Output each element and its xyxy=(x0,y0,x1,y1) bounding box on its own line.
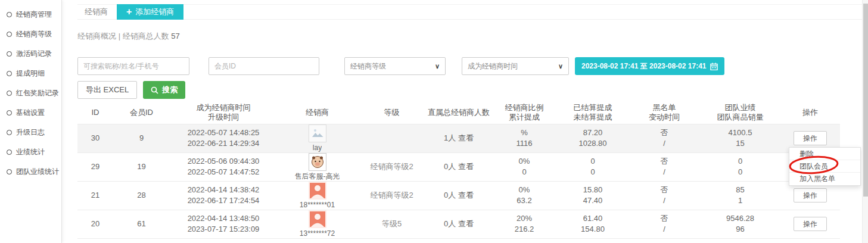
sidebar-item-upgrade-log[interactable]: 升级日志 xyxy=(0,123,61,142)
circle-icon xyxy=(7,169,12,175)
cell-member-id: 16 xyxy=(113,238,170,243)
sidebar-item-label: 激活码记录 xyxy=(16,49,52,59)
member-id-input[interactable] xyxy=(209,57,319,75)
keyword-input[interactable] xyxy=(77,57,189,75)
col-id: ID xyxy=(77,101,113,124)
cell-ratio: 0%0 xyxy=(491,152,557,181)
cell-blacklist: 否/ xyxy=(629,210,700,238)
menu-item-delete[interactable]: 删除 xyxy=(789,148,860,160)
col-team: 团队业绩团队商品销量 xyxy=(700,101,780,124)
total-count: 57 xyxy=(171,32,179,40)
scrollbar-thumb[interactable] xyxy=(863,4,868,197)
cell-time: 2022-05-06 09:44:302022-05-07 14:47:52 xyxy=(170,152,277,181)
view-link[interactable]: 查看 xyxy=(458,191,474,200)
circle-icon xyxy=(7,110,12,116)
cell-id: 21 xyxy=(77,181,113,210)
cell-team: 1223.994 xyxy=(700,238,780,243)
cell-blacklist: 否/ xyxy=(629,181,700,210)
menu-item-team-members[interactable]: 团队会员 xyxy=(789,160,860,173)
calendar-icon xyxy=(710,63,718,70)
sidebar-item-label: 提成明细 xyxy=(16,68,45,79)
col-ratio: 经销商比例累计提成 xyxy=(491,101,557,124)
cell-settled: 00 xyxy=(557,152,629,181)
sidebar-item-team-performance-stats[interactable]: 团队业绩统计 xyxy=(0,162,61,182)
overview-label: 经销商概况 xyxy=(77,32,116,40)
cell-direct-count: 0人 查看 xyxy=(426,238,491,243)
cell-member-id: 61 xyxy=(113,210,170,238)
row-action-button[interactable]: 操作 xyxy=(794,131,827,145)
scrollbar[interactable] xyxy=(862,0,868,243)
sidebar-item-commission-detail[interactable]: 提成明细 xyxy=(0,64,61,83)
circle-icon xyxy=(7,51,12,57)
date-range-button[interactable]: 2023-08-02 17:41 至 2023-08-02 17:41 xyxy=(575,57,724,75)
circle-icon xyxy=(7,12,12,17)
avatar xyxy=(309,124,326,142)
tab-bar: 经销商 + 添加经销商 xyxy=(77,4,862,20)
menu-item-add-blacklist[interactable]: 加入黑名单 xyxy=(789,173,860,185)
chevron-down-icon: ∨ xyxy=(435,63,440,70)
cell-blacklist: 否/ xyxy=(629,238,700,243)
table-row: 30 9 2022-05-07 14:48:252022-06-21 14:29… xyxy=(77,124,840,152)
col-member-id: 会员ID xyxy=(113,101,170,124)
cell-actions: 操作 xyxy=(780,210,840,238)
cell-level xyxy=(357,238,426,243)
add-dealer-button[interactable]: + 添加经销商 xyxy=(117,4,183,20)
view-link[interactable]: 查看 xyxy=(458,133,474,142)
sidebar-item-performance-stats[interactable]: 业绩统计 xyxy=(0,142,61,162)
cell-settled: 15.8047.40 xyxy=(557,181,629,210)
cell-ratio: 20%216.2 xyxy=(491,210,557,238)
col-dealer: 经销商 xyxy=(277,101,357,124)
cell-dealer: 13*******72 xyxy=(277,210,357,238)
dealer-name: 13*******72 xyxy=(300,229,335,238)
cell-blacklist: 否/ xyxy=(629,152,700,181)
sidebar-item-label: 团队业绩统计 xyxy=(16,167,59,177)
sidebar-item-basic-settings[interactable]: 基础设置 xyxy=(0,103,61,123)
view-link[interactable]: 查看 xyxy=(458,162,474,171)
dealer-name: 18*******01 xyxy=(300,200,335,210)
sidebar-item-label: 红包奖励记录 xyxy=(16,88,59,98)
cell-settled: 87.201028.80 xyxy=(557,124,629,152)
circle-icon xyxy=(7,130,12,135)
add-dealer-label: 添加经销商 xyxy=(135,7,174,17)
filter-actions-row: 导出 EXCEL 搜索 xyxy=(77,81,862,99)
sidebar-item-label: 经销商等级 xyxy=(16,29,52,39)
search-icon xyxy=(151,86,158,94)
sidebar-item-label: 经销商管理 xyxy=(16,10,52,20)
avatar xyxy=(309,182,326,200)
cell-id: 20 xyxy=(77,210,113,238)
search-button[interactable]: 搜索 xyxy=(143,81,185,99)
cell-ratio: %4427.63 xyxy=(491,238,557,243)
circle-icon xyxy=(7,91,12,96)
cell-settled: 210.804113.83 xyxy=(557,238,629,243)
dealer-name: lay xyxy=(313,143,322,152)
cell-member-id: 28 xyxy=(113,181,170,210)
col-level: 等级 xyxy=(357,101,426,124)
cell-direct-count: 0人 查看 xyxy=(426,210,491,238)
sidebar-item-label: 升级日志 xyxy=(16,127,45,138)
time-type-select-value: 成为经销商时间 xyxy=(468,61,518,71)
cell-team: 9546.2896 xyxy=(700,210,780,238)
tab-dealer[interactable]: 经销商 xyxy=(85,7,108,17)
row-action-button[interactable]: 操作 xyxy=(794,188,827,202)
view-link[interactable]: 查看 xyxy=(458,219,474,228)
sidebar-item-label: 业绩统计 xyxy=(16,147,45,157)
sidebar-item-activation-code[interactable]: 激活码记录 xyxy=(0,44,61,64)
total-label: 经销商总人数 xyxy=(123,32,169,40)
cell-team: 00 xyxy=(700,152,780,181)
col-direct-count: 直属总经销商人数 xyxy=(426,101,491,124)
export-excel-button[interactable]: 导出 EXCEL xyxy=(77,81,137,99)
filter-row: 经销商等级 ∨ 成为经销商时间 ∨ 2023-08-02 17:41 至 202… xyxy=(77,57,862,75)
cell-actions: 操作 xyxy=(780,238,840,243)
sidebar-item-dealer-level[interactable]: 经销商等级 xyxy=(0,24,61,44)
col-actions: 操作 xyxy=(780,101,840,124)
main-content: 经销商 + 添加经销商 经销商概况 | 经销商总人数 57 经销商等级 ∨ 成为… xyxy=(63,0,862,243)
dealer-level-select[interactable]: 经销商等级 ∨ xyxy=(344,57,446,75)
plus-icon: + xyxy=(126,7,132,17)
sidebar-item-redpacket-reward[interactable]: 红包奖励记录 xyxy=(0,83,61,103)
row-action-button[interactable]: 操作 xyxy=(794,217,827,231)
avatar xyxy=(309,153,326,171)
summary-line: 经销商概况 | 经销商总人数 57 xyxy=(77,31,862,42)
cell-member-id: 19 xyxy=(113,152,170,181)
time-type-select[interactable]: 成为经销商时间 ∨ xyxy=(462,57,569,75)
sidebar-item-dealer-management[interactable]: 经销商管理 xyxy=(0,5,61,24)
